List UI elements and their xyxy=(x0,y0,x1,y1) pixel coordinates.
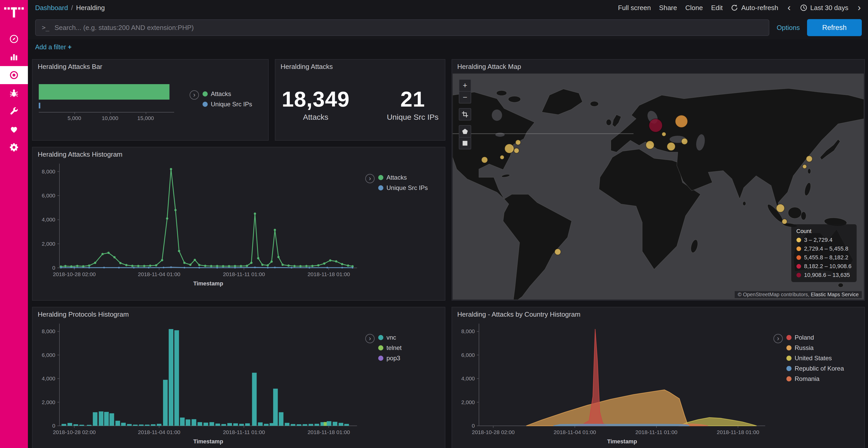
bar-unique-src-ips[interactable] xyxy=(39,103,40,108)
left-column: Heralding Attacks Bar 5,00010,00015,000 … xyxy=(32,59,445,448)
legend-toggle-icon[interactable] xyxy=(365,334,375,343)
search-box[interactable]: >_ xyxy=(35,20,769,36)
auto-refresh-button[interactable]: Auto-refresh xyxy=(731,4,778,12)
svg-text:2018-10-28 02:00: 2018-10-28 02:00 xyxy=(53,429,96,435)
sidebar-item-gear[interactable] xyxy=(0,138,28,157)
breadcrumb-dashboard[interactable]: Dashboard xyxy=(35,4,68,12)
legend-label: vnc xyxy=(386,334,396,341)
legend-label: 3 – 2,729.4 xyxy=(804,237,833,243)
dashboard-grid: Heralding Attacks Bar 5,00010,00015,000 … xyxy=(28,53,868,448)
breadcrumb: Dashboard / Heralding xyxy=(35,4,105,12)
sidebar-item-wrench[interactable] xyxy=(0,102,28,120)
query-bar: >_ Options Refresh xyxy=(28,15,868,39)
svg-text:8,000: 8,000 xyxy=(41,328,55,334)
legend-item[interactable]: Unique Src IPs xyxy=(203,101,252,108)
legend-item[interactable]: 5,455.8 – 8,182.2 xyxy=(797,254,852,261)
attacks-histogram-chart: 02,0004,0006,0008,0002018-10-28 02:00201… xyxy=(33,160,363,290)
panel-attacks-histogram: Heralding Attacks Histogram 02,0004,0006… xyxy=(32,147,445,301)
sidebar-item-compass[interactable] xyxy=(0,30,28,48)
legend-label: Attacks xyxy=(211,90,231,98)
legend-item[interactable]: Attacks xyxy=(203,90,252,98)
legend-item[interactable]: telnet xyxy=(378,344,402,351)
app-root: Dashboard / Heralding Full screen Share … xyxy=(0,0,868,448)
legend-item[interactable]: 2,729.4 – 5,455.8 xyxy=(797,245,852,252)
add-filter-link[interactable]: Add a filter + xyxy=(35,43,71,50)
legend-color-dot xyxy=(378,335,383,340)
legend-label: pop3 xyxy=(386,354,400,362)
map-fit-bounds-button[interactable] xyxy=(459,108,471,120)
legend-color-dot xyxy=(797,238,801,242)
metric-label: Unique Src IPs xyxy=(387,113,438,122)
clone-button[interactable]: Clone xyxy=(685,4,703,12)
legend-item[interactable]: United States xyxy=(786,354,844,362)
legend-item[interactable]: pop3 xyxy=(378,354,402,362)
svg-text:Timestamp: Timestamp xyxy=(193,280,223,287)
legend-toggle-icon[interactable] xyxy=(773,334,783,343)
svg-text:Timestamp: Timestamp xyxy=(607,438,637,445)
legend-toggle-icon[interactable] xyxy=(365,174,375,183)
bar-attacks[interactable] xyxy=(39,84,169,100)
legend-label: Russia xyxy=(795,344,813,351)
legend-item[interactable]: 8,182.2 – 10,908.6 xyxy=(797,263,852,270)
polygon-icon xyxy=(462,128,468,135)
legend-color-dot xyxy=(786,335,792,340)
legend-item[interactable]: Unique Src IPs xyxy=(378,184,428,192)
legend-item[interactable]: 3 – 2,729.4 xyxy=(797,237,852,243)
legend-color-dot xyxy=(786,345,792,350)
share-button[interactable]: Share xyxy=(659,4,677,12)
sidebar-item-bar-chart[interactable] xyxy=(0,48,28,66)
time-forward-button[interactable]: › xyxy=(857,3,862,12)
sidebar-item-target[interactable] xyxy=(0,66,28,84)
panel-protocols-histogram: Heralding Protocols Histogram 02,0004,00… xyxy=(32,307,445,448)
options-link[interactable]: Options xyxy=(777,24,800,32)
map-rectangle-tool-button[interactable] xyxy=(459,137,471,149)
map-zoom-in-button[interactable] xyxy=(459,79,471,92)
map-polygon-tool-button[interactable] xyxy=(459,125,471,138)
telekom-logo[interactable] xyxy=(4,5,24,20)
auto-refresh-label: Auto-refresh xyxy=(741,4,778,12)
legend-color-dot xyxy=(797,255,801,260)
sidebar-item-heartbeat[interactable] xyxy=(0,120,28,138)
svg-text:6,000: 6,000 xyxy=(41,352,55,358)
time-range-button[interactable]: Last 30 days xyxy=(800,4,848,12)
svg-text:2018-10-28 02:00: 2018-10-28 02:00 xyxy=(472,429,515,435)
full-screen-button[interactable]: Full screen xyxy=(618,4,651,12)
panel-country-histogram: Heralding - Attacks by Country Histogram… xyxy=(452,307,865,448)
metric-label: Attacks xyxy=(282,113,349,122)
panel-attacks-bar: Heralding Attacks Bar 5,00010,00015,000 … xyxy=(32,59,269,141)
edit-button[interactable]: Edit xyxy=(711,4,723,12)
legend-toggle-icon[interactable] xyxy=(190,90,199,100)
map-attribution: © OpenStreetMap contributors, Elastic Ma… xyxy=(735,291,862,298)
svg-text:4,000: 4,000 xyxy=(41,216,55,222)
legend-item[interactable]: Romania xyxy=(786,375,844,382)
legend-label: 2,729.4 – 5,455.8 xyxy=(804,245,848,252)
legend-label: telnet xyxy=(386,344,402,351)
top-navbar: Dashboard / Heralding Full screen Share … xyxy=(28,0,868,15)
refresh-button[interactable]: Refresh xyxy=(807,19,862,36)
legend-item[interactable]: vnc xyxy=(378,334,402,341)
clock-icon xyxy=(800,4,807,11)
sidebar-nav xyxy=(0,30,28,157)
svg-text:2018-11-04 01:00: 2018-11-04 01:00 xyxy=(138,429,180,435)
legend-item[interactable]: Republic of Korea xyxy=(786,365,844,372)
map-legend-title: Count xyxy=(797,228,852,235)
legend-item[interactable]: Poland xyxy=(786,334,844,341)
svg-text:2018-11-18 01:00: 2018-11-18 01:00 xyxy=(717,429,759,435)
attack-map[interactable]: Count 3 – 2,729.42,729.4 – 5,455.85,455.… xyxy=(453,74,864,300)
right-column: Heralding Attack Map xyxy=(452,59,865,448)
attribution-elastic: Elastic Maps Service xyxy=(811,291,859,297)
legend-item[interactable]: Russia xyxy=(786,344,844,351)
map-zoom-out-button[interactable] xyxy=(459,91,471,103)
panel-title: Heralding - Attacks by Country Histogram xyxy=(452,307,864,319)
search-input[interactable] xyxy=(55,24,763,32)
map-legend-items: 3 – 2,729.42,729.4 – 5,455.85,455.8 – 8,… xyxy=(797,237,852,278)
legend-item[interactable]: 10,908.6 – 13,635 xyxy=(797,272,852,278)
svg-text:4,000: 4,000 xyxy=(461,376,475,381)
crop-icon xyxy=(462,111,468,118)
sidebar-item-bug[interactable] xyxy=(0,84,28,102)
legend-item[interactable]: Attacks xyxy=(378,174,428,181)
filter-bar: Add a filter + xyxy=(28,39,868,53)
panel-attacks-metric: Heralding Attacks 18,349 Attacks 21 Uniq… xyxy=(275,59,445,141)
terminal-prompt-icon: >_ xyxy=(42,24,49,31)
time-back-button[interactable]: ‹ xyxy=(786,3,792,12)
